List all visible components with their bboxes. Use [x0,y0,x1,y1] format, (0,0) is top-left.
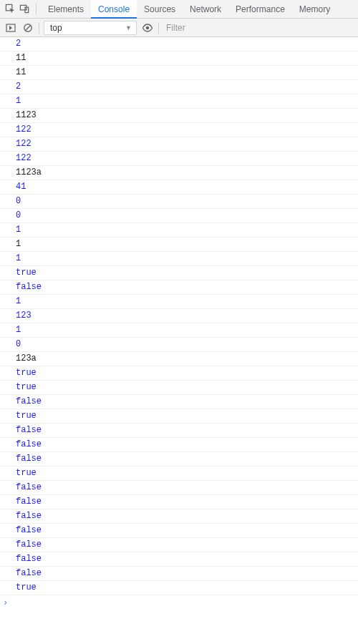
log-gutter [0,323,16,337]
toolbar-separator-2 [158,22,159,34]
log-value: 0 [16,338,358,351]
log-value: true [16,581,358,595]
log-gutter [0,252,16,265]
tab-console[interactable]: Console [91,0,137,19]
log-value: false [16,280,358,294]
log-gutter [0,195,16,208]
log-value: 0 [16,195,358,208]
log-gutter [0,409,16,423]
log-value: 11 [16,52,358,65]
log-value: 123a [16,352,358,366]
log-value: 1 [16,252,358,265]
log-value: 2 [16,37,358,51]
log-gutter [0,366,16,380]
console-log-row: 123 [0,309,358,323]
live-expression-icon[interactable] [141,21,154,34]
log-value: 122 [16,152,358,165]
log-gutter [0,280,16,294]
log-gutter [0,424,16,437]
log-gutter [0,552,16,566]
console-log-row: false [0,567,358,581]
log-value: false [16,452,358,466]
console-log-row: true [0,581,358,595]
log-value: 0 [16,209,358,223]
console-log-row: false [0,395,358,409]
console-prompt[interactable]: › [0,595,358,610]
log-gutter [0,295,16,308]
log-gutter [0,509,16,523]
tab-memory[interactable]: Memory [292,0,337,19]
tab-elements[interactable]: Elements [41,0,91,19]
clear-console-icon[interactable] [21,21,34,34]
log-value: true [16,409,358,423]
tab-performance[interactable]: Performance [228,0,292,19]
log-gutter [0,395,16,409]
log-value: 1 [16,223,358,237]
filter-wrap [163,21,354,35]
console-log-area[interactable]: 211112111231221221221123a4100111truefals… [0,37,358,644]
console-log-row: false [0,424,358,438]
console-log-row: 11 [0,52,358,66]
log-gutter [0,338,16,351]
log-gutter [0,52,16,65]
console-log-row: 122 [0,152,358,166]
log-value: false [16,424,358,437]
console-log-row: 1123 [0,109,358,123]
log-gutter [0,467,16,480]
console-log-row: 41 [0,180,358,195]
execution-context-select[interactable]: top ▼ [44,21,137,35]
log-gutter [0,266,16,280]
log-gutter [0,166,16,180]
toolbar-separator-1 [39,22,39,34]
console-log-row: 2 [0,37,358,52]
tab-network[interactable]: Network [183,0,228,19]
log-value: 1 [16,94,358,108]
console-log-row: false [0,280,358,295]
console-filter-input[interactable] [163,21,354,35]
console-log-row: 0 [0,195,358,209]
console-log-row: false [0,524,358,538]
console-log-row: false [0,438,358,452]
console-log-row: 123a [0,352,358,366]
log-value: true [16,266,358,280]
prompt-chevron-icon: › [3,596,13,610]
log-value: 1123a [16,166,358,180]
log-gutter [0,223,16,237]
log-value: 1 [16,238,358,251]
log-gutter [0,352,16,366]
log-value: 123 [16,309,358,323]
console-log-row: true [0,366,358,381]
log-gutter [0,452,16,466]
log-value: 41 [16,180,358,194]
log-gutter [0,481,16,494]
log-value: 1 [16,295,358,308]
log-gutter [0,137,16,151]
console-log-row: true [0,467,358,481]
tab-sources[interactable]: Sources [137,0,183,19]
log-value: 122 [16,137,358,151]
log-gutter [0,94,16,108]
inspect-element-icon[interactable] [3,2,17,16]
log-gutter [0,309,16,323]
log-gutter [0,495,16,509]
console-input[interactable] [13,597,358,608]
log-gutter [0,438,16,452]
log-gutter [0,37,16,51]
console-log-row: false [0,452,358,467]
log-gutter [0,238,16,251]
console-log-row: false [0,481,358,495]
console-log-row: false [0,538,358,552]
log-gutter [0,80,16,94]
device-toggle-icon[interactable] [17,2,32,16]
console-log-row: 2 [0,80,358,94]
log-value: 2 [16,80,358,94]
sidebar-toggle-icon[interactable] [4,21,17,34]
log-gutter [0,180,16,194]
log-value: false [16,524,358,537]
svg-line-5 [25,25,30,30]
log-value: false [16,481,358,494]
log-value: true [16,366,358,380]
log-value: 1 [16,323,358,337]
log-gutter [0,152,16,165]
log-gutter [0,524,16,537]
